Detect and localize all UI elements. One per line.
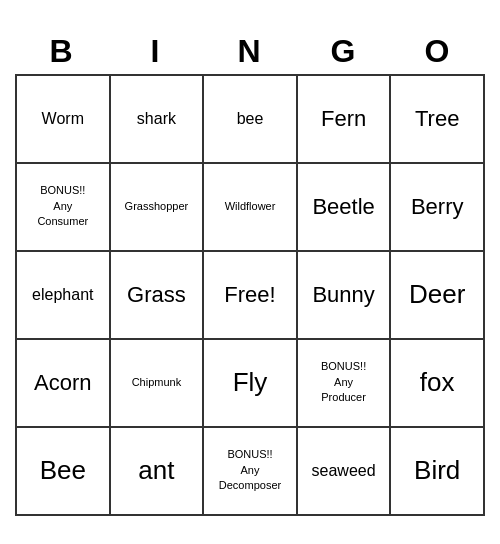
cell-text: fox [420,367,455,398]
bingo-cell: Chipmunk [111,340,205,428]
cell-text: Grasshopper [125,199,189,214]
header-letter: G [297,29,391,74]
header-letter: O [391,29,485,74]
cell-text: seaweed [312,462,376,480]
cell-text: Bee [40,455,86,486]
bingo-cell: ant [111,428,205,516]
cell-text: Free! [224,282,275,308]
cell-text: Worm [42,110,84,128]
bingo-cell: Grasshopper [111,164,205,252]
cell-text: Acorn [34,370,91,396]
cell-text: shark [137,110,176,128]
cell-text: bee [237,110,264,128]
header-letter: N [203,29,297,74]
bingo-cell: fox [391,340,485,428]
bingo-cell: Fern [298,76,392,164]
cell-text: Bird [414,455,460,486]
bingo-header: BINGO [15,29,485,74]
bingo-cell: Beetle [298,164,392,252]
bingo-cell: shark [111,76,205,164]
bingo-cell: Wildflower [204,164,298,252]
bingo-cell: Fly [204,340,298,428]
cell-text: BONUS!!AnyConsumer [37,183,88,229]
bingo-grid: WormsharkbeeFernTreeBONUS!!AnyConsumerGr… [15,74,485,516]
bingo-cell: Bee [17,428,111,516]
bingo-card: BINGO WormsharkbeeFernTreeBONUS!!AnyCons… [15,29,485,516]
bingo-cell: Free! [204,252,298,340]
cell-text: Berry [411,194,464,220]
cell-text: elephant [32,286,93,304]
bingo-cell: BONUS!!AnyConsumer [17,164,111,252]
bingo-cell: Worm [17,76,111,164]
bingo-cell: Tree [391,76,485,164]
bingo-cell: Grass [111,252,205,340]
cell-text: Tree [415,106,459,132]
cell-text: BONUS!!AnyDecomposer [219,447,281,493]
bingo-cell: Deer [391,252,485,340]
bingo-cell: BONUS!!AnyDecomposer [204,428,298,516]
cell-text: Wildflower [225,199,276,214]
cell-text: Beetle [312,194,374,220]
bingo-cell: Berry [391,164,485,252]
bingo-cell: elephant [17,252,111,340]
bingo-cell: Bunny [298,252,392,340]
cell-text: Grass [127,282,186,308]
bingo-cell: BONUS!!AnyProducer [298,340,392,428]
cell-text: Fern [321,106,366,132]
cell-text: Bunny [312,282,374,308]
cell-text: ant [138,455,174,486]
bingo-cell: seaweed [298,428,392,516]
cell-text: BONUS!!AnyProducer [321,359,366,405]
cell-text: Chipmunk [132,375,182,390]
header-letter: B [15,29,109,74]
bingo-cell: Acorn [17,340,111,428]
bingo-cell: Bird [391,428,485,516]
cell-text: Deer [409,279,465,310]
bingo-cell: bee [204,76,298,164]
cell-text: Fly [233,367,268,398]
header-letter: I [109,29,203,74]
